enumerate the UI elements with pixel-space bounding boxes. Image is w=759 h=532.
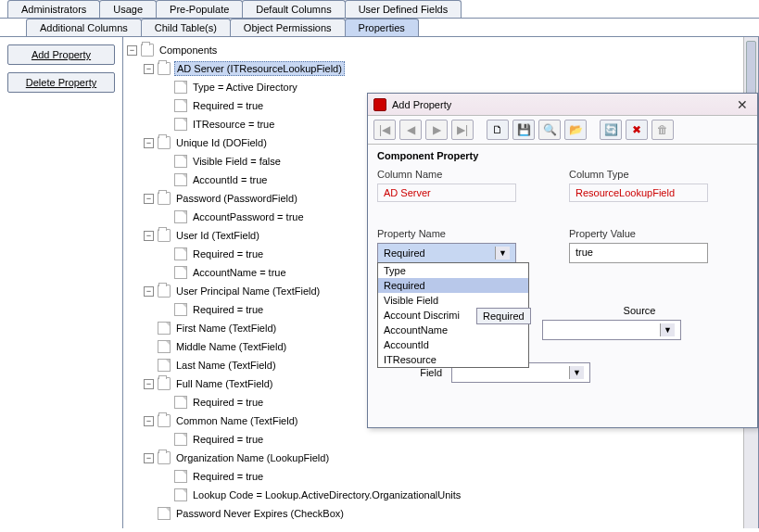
file-icon: [174, 118, 187, 131]
collapse-icon[interactable]: −: [144, 379, 154, 389]
property-value-label: Property Value: [569, 226, 748, 239]
tab-user-defined-fields[interactable]: User Defined Fields: [345, 0, 462, 18]
tree-orgname[interactable]: − Organization Name (LookupField): [144, 449, 758, 467]
property-name-dropdown[interactable]: Type Required Visible Field Account Disc…: [377, 262, 529, 368]
tab-administrators[interactable]: Administrators: [7, 0, 100, 18]
add-property-button[interactable]: Add Property: [7, 44, 115, 65]
dropdown-option[interactable]: Visible Field: [378, 293, 528, 308]
chevron-down-icon[interactable]: ▼: [495, 247, 510, 260]
source-combo[interactable]: ▼: [542, 320, 681, 340]
tree-label: Components: [158, 44, 219, 57]
collapse-icon[interactable]: −: [144, 64, 154, 74]
source-label: Source: [542, 305, 737, 316]
tree-leaf[interactable]: Required = true: [160, 430, 758, 449]
combo-value: Required: [384, 247, 425, 259]
folder-icon: [141, 44, 154, 57]
oracle-icon: [373, 98, 386, 111]
dialog-titlebar[interactable]: Add Property ✕: [368, 94, 757, 116]
file-icon: [174, 266, 187, 279]
file-icon: [174, 303, 187, 316]
add-property-dialog: Add Property ✕ |◀ ◀ ▶ ▶| 🗋 💾 🔍 📂 🔄 ✖ 🗑 C…: [367, 93, 758, 428]
field-label: Field: [377, 367, 442, 378]
file-icon: [174, 210, 187, 223]
dropdown-option[interactable]: Type: [378, 263, 528, 278]
first-record-button: |◀: [373, 120, 396, 140]
find-button: 🔍: [538, 120, 561, 140]
file-icon: [174, 173, 187, 186]
file-icon: [174, 488, 187, 501]
tooltip: Required: [476, 308, 531, 324]
refresh-button[interactable]: 🔄: [600, 120, 622, 140]
action-panel: Add Property Delete Property: [0, 37, 122, 528]
close-icon[interactable]: ✕: [733, 97, 752, 112]
file-icon: [158, 340, 171, 353]
dropdown-option[interactable]: Required: [378, 278, 528, 293]
column-name-label: Column Name: [377, 167, 556, 180]
open-button[interactable]: 📂: [564, 120, 587, 140]
next-record-button: ▶: [425, 120, 448, 140]
property-value-input[interactable]: true: [569, 243, 708, 263]
file-icon: [174, 470, 187, 483]
folder-icon: [158, 285, 171, 298]
file-icon: [174, 155, 187, 168]
collapse-icon[interactable]: −: [144, 194, 154, 204]
tab-child-tables[interactable]: Child Table(s): [141, 19, 231, 36]
dropdown-option[interactable]: AccountName: [378, 323, 528, 337]
new-button[interactable]: 🗋: [487, 120, 509, 140]
folder-icon: [158, 62, 171, 75]
tab-object-permissions[interactable]: Object Permissions: [230, 19, 346, 36]
file-icon: [158, 359, 171, 372]
tree-pwdnever[interactable]: Password Never Expires (CheckBox): [144, 504, 758, 523]
collapse-icon[interactable]: −: [144, 453, 154, 463]
tree-label: AD Server (ITResourceLookupField): [174, 61, 345, 76]
collapse-icon[interactable]: −: [144, 231, 154, 241]
folder-icon: [158, 414, 171, 427]
tree-adserver[interactable]: − AD Server (ITResourceLookupField): [144, 59, 758, 78]
tree-leaf[interactable]: Required = true: [160, 467, 758, 486]
trash-button: 🗑: [651, 120, 674, 140]
dialog-title: Add Property: [392, 99, 451, 110]
tree-root[interactable]: − Components: [127, 41, 758, 59]
folder-icon: [158, 136, 171, 149]
delete-property-button[interactable]: Delete Property: [7, 72, 115, 93]
section-heading: Component Property: [377, 150, 748, 161]
column-type-field: ResourceLookupField: [569, 184, 708, 202]
column-name-field: AD Server: [377, 184, 516, 202]
column-type-label: Column Type: [569, 167, 748, 180]
dropdown-option[interactable]: AccountId: [378, 337, 528, 352]
dropdown-option[interactable]: Account Discrimi Required: [378, 308, 528, 323]
tab-properties[interactable]: Properties: [345, 19, 419, 36]
file-icon: [174, 99, 187, 112]
property-name-combo[interactable]: Required ▼ Type Required Visible Field A…: [377, 243, 516, 263]
folder-icon: [158, 451, 171, 464]
last-record-button: ▶|: [451, 120, 474, 140]
collapse-icon[interactable]: −: [127, 45, 137, 56]
property-name-label: Property Name: [377, 226, 556, 239]
tab-container: Administrators Usage Pre-Populate Defaul…: [0, 0, 759, 37]
cancel-button[interactable]: ✖: [626, 120, 648, 140]
dropdown-option[interactable]: ITResource: [378, 352, 528, 367]
file-icon: [174, 396, 187, 409]
save-button[interactable]: 💾: [512, 120, 535, 140]
collapse-icon[interactable]: −: [144, 138, 154, 148]
file-icon: [158, 322, 171, 335]
file-icon: [174, 433, 187, 446]
folder-icon: [158, 192, 171, 205]
file-icon: [174, 247, 187, 260]
file-icon: [158, 507, 171, 520]
tree-leaf[interactable]: Lookup Code = Lookup.ActiveDirectory.Org…: [160, 486, 758, 504]
collapse-icon[interactable]: −: [144, 286, 154, 297]
folder-icon: [158, 377, 171, 390]
tab-usage[interactable]: Usage: [99, 0, 157, 18]
prev-record-button: ◀: [399, 120, 422, 140]
tab-prepopulate[interactable]: Pre-Populate: [156, 0, 243, 18]
collapse-icon[interactable]: −: [144, 416, 154, 426]
folder-icon: [158, 229, 171, 242]
tab-default-columns[interactable]: Default Columns: [242, 0, 345, 18]
file-icon: [174, 81, 187, 94]
chevron-down-icon[interactable]: ▼: [660, 323, 675, 336]
dialog-toolbar: |◀ ◀ ▶ ▶| 🗋 💾 🔍 📂 🔄 ✖ 🗑: [368, 116, 757, 145]
chevron-down-icon[interactable]: ▼: [569, 366, 584, 379]
tab-additional-columns[interactable]: Additional Columns: [26, 19, 142, 36]
